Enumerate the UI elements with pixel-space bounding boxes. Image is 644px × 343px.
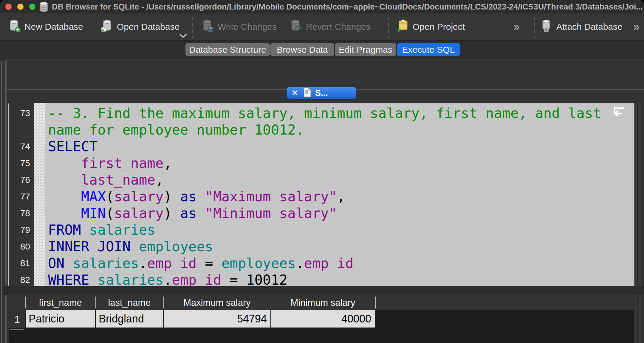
panel-edge-groove: [5, 61, 7, 343]
line-number-gutter: 73747576777879808182: [9, 103, 34, 286]
write-changes-button[interactable]: Write Changes: [202, 13, 277, 40]
tab-edit-pragmas[interactable]: Edit Pragmas: [335, 43, 396, 56]
database-app-icon: [39, 1, 49, 13]
line-number: 81: [12, 255, 30, 272]
open-project-label: Open Project: [413, 22, 465, 32]
toolbar-separator: [192, 16, 193, 38]
line-number: 78: [12, 205, 30, 222]
code-line: MIN(salary) as "Minimum salary": [48, 205, 337, 222]
new-database-label: New Database: [24, 22, 83, 32]
line-number: 73: [12, 105, 30, 121]
sql-document-icon: [303, 88, 312, 98]
code-line: WHERE salaries.emp_id = 10012: [48, 272, 287, 286]
column-header-first-name[interactable]: first_name: [26, 295, 95, 310]
line-number: [12, 121, 30, 138]
close-icon[interactable]: ✕: [292, 87, 298, 99]
column-header-maximum-salary[interactable]: Maximum salary: [164, 295, 270, 310]
code-lines[interactable]: -- 3. Find the maximum salary, minimum s…: [45, 103, 634, 286]
sql-tab-label: S...: [315, 88, 328, 98]
cell-first-name[interactable]: Patricio: [26, 310, 95, 328]
row-number[interactable]: 1: [9, 310, 25, 328]
code-line: SELECT: [48, 138, 97, 155]
window-title: DB Browser for SQLite - /Users/russellgo…: [52, 0, 643, 13]
tab-execute-sql[interactable]: Execute SQL: [397, 43, 460, 56]
line-number: 75: [12, 155, 30, 172]
code-line: name for employee number 10012.: [48, 121, 304, 138]
code-line: INNER JOIN employees: [48, 238, 213, 255]
revert-changes-icon: [290, 19, 302, 35]
zoom-window-button[interactable]: [29, 4, 35, 10]
app-window: DB Browser for SQLite - /Users/russellgo…: [0, 0, 644, 343]
new-database-icon: [8, 19, 21, 35]
code-line: last_name,: [48, 172, 164, 188]
line-number: 82: [12, 272, 30, 286]
cell-maximum-salary[interactable]: 54794: [164, 310, 270, 328]
close-window-button[interactable]: [5, 4, 12, 10]
write-changes-label: Write Changes: [218, 22, 277, 32]
results-table-body: 1 Patricio Bridgland 54794 40000: [9, 310, 634, 343]
minimize-window-button[interactable]: [17, 4, 24, 10]
open-database-label: Open Database: [117, 22, 179, 32]
sql-toolbar: b a: [4, 60, 644, 90]
toolbar-overflow-chevron[interactable]: »: [513, 13, 518, 40]
cell-minimum-salary[interactable]: 40000: [271, 310, 375, 328]
open-database-dropdown-chevron[interactable]: [179, 34, 187, 40]
row-grid-line: [10, 329, 24, 330]
attach-database-icon: [540, 19, 553, 35]
cell-last-name[interactable]: Bridgland: [96, 310, 163, 328]
new-database-button[interactable]: New Database: [8, 13, 83, 40]
toolbar-overflow-chevron[interactable]: »: [633, 13, 638, 40]
tab-browse-data[interactable]: Browse Data: [270, 43, 334, 56]
open-project-button[interactable]: Open Project: [397, 13, 465, 40]
line-number: 77: [12, 188, 30, 205]
main-toolbar: New Database Open Database: [0, 13, 644, 41]
write-changes-icon: [202, 19, 214, 35]
line-number: 80: [12, 238, 30, 255]
line-number: 76: [12, 172, 30, 188]
attach-database-label: Attach Database: [556, 22, 623, 32]
column-header-minimum-salary[interactable]: Minimum salary: [271, 295, 374, 310]
sql-editor-tab[interactable]: ✕ S...: [287, 87, 356, 99]
toolbar-separator: [388, 16, 389, 38]
code-line: FROM salaries: [48, 222, 155, 238]
fold-margin: [34, 103, 45, 286]
toolbar-separator: [534, 16, 535, 38]
tab-database-structure[interactable]: Database Structure: [185, 43, 270, 56]
window-edge-groove: [1, 61, 2, 343]
scrollbar-groove: [637, 103, 638, 343]
line-number: 74: [12, 138, 30, 155]
column-header-last-name[interactable]: last_name: [96, 295, 163, 310]
editor-scrollbar[interactable]: [634, 103, 644, 343]
open-database-icon: [101, 19, 113, 35]
code-line: -- 3. Find the maximum salary, minimum s…: [48, 105, 601, 121]
code-line: MAX(salary) as "Maximum salary",: [48, 188, 345, 205]
results-table-header: first_name last_name Maximum salary Mini…: [9, 295, 634, 310]
column-separator: [375, 297, 376, 308]
scrollbar-groove: [642, 103, 643, 343]
pane-splitter[interactable]: [4, 286, 644, 295]
line-number: 79: [12, 222, 30, 238]
open-database-button[interactable]: Open Database: [101, 13, 179, 40]
code-line: first_name,: [48, 155, 172, 172]
titlebar: DB Browser for SQLite - /Users/russellgo…: [0, 0, 644, 13]
open-project-icon: [397, 19, 409, 35]
code-line: ON salaries.emp_id = employees.emp_id: [48, 255, 354, 272]
attach-database-button[interactable]: Attach Database: [540, 13, 623, 40]
line-wrap-icon: [609, 106, 625, 121]
revert-changes-label: Revert Changes: [306, 22, 371, 32]
revert-changes-button[interactable]: Revert Changes: [290, 13, 371, 40]
